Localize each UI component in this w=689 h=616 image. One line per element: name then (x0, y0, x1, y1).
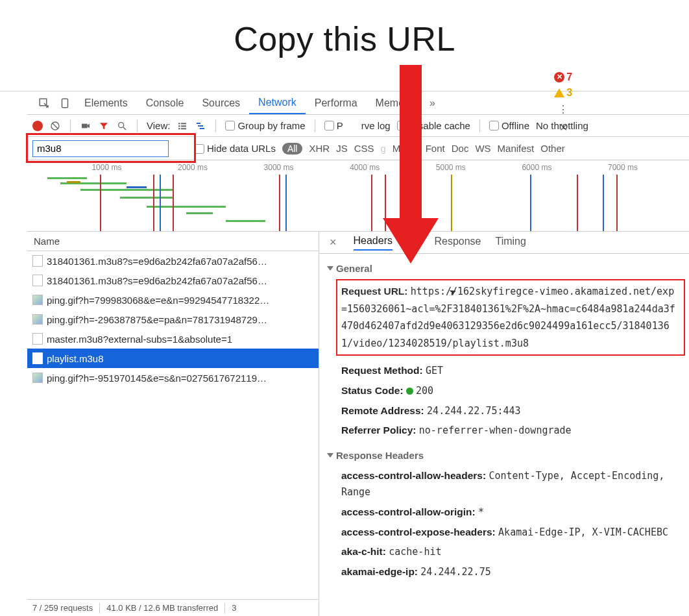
svg-rect-9 (181, 125, 186, 127)
status-extra: 3 (232, 603, 236, 613)
status-code: 200 (416, 385, 433, 397)
document-file-icon (32, 333, 43, 345)
detail-tab-timing[interactable]: Timing (496, 236, 526, 250)
resp-header-value: cache-hit (389, 546, 441, 558)
list-view-icon[interactable] (176, 120, 188, 132)
throttling-select[interactable]: No throttling (536, 120, 588, 131)
request-name: ping.gif?h=-951970145&e=s&n=027561767211… (47, 373, 267, 384)
filter-img[interactable]: g (380, 143, 385, 154)
image-file-icon (32, 373, 43, 383)
tick: 2000 ms (178, 163, 208, 172)
svg-rect-8 (181, 123, 186, 124)
tab-network[interactable]: Network (249, 92, 306, 114)
request-url-highlight: Request URL: https://162skyfiregce-vimeo… (336, 279, 685, 356)
detail-tab-preview[interactable]: ew (407, 236, 420, 250)
resp-header-value: Akamai-Edge-IP, X-VIM-CACHEBC (498, 526, 668, 538)
search-icon[interactable] (116, 120, 128, 132)
filter-ws[interactable]: WS (475, 143, 490, 154)
disable-cache[interactable]: Disable cache (397, 120, 470, 131)
filter-other[interactable]: Other (540, 143, 565, 154)
network-toolbar: View: Group by frame Prve log Disable ca… (27, 115, 689, 137)
image-file-icon (32, 314, 43, 325)
image-file-icon (32, 295, 43, 305)
section-general[interactable]: General (327, 263, 686, 274)
detail-tab-response[interactable]: Response (434, 236, 481, 250)
svg-rect-7 (178, 128, 180, 129)
request-name: 318401361.m3u8?s=e9d6a2b242fa67a07a2af56… (47, 275, 267, 286)
document-file-icon (32, 275, 43, 286)
tab-console[interactable]: Console (137, 92, 193, 114)
request-row[interactable]: 318401361.m3u8?s=e9d6a2b242fa67a07a2af56… (27, 271, 319, 290)
name-column-header[interactable]: Name (27, 232, 319, 251)
filter-all[interactable]: All (282, 143, 303, 154)
devtools-tabbar: Elements Console Sources Network Perform… (27, 92, 689, 115)
inspect-icon[interactable] (37, 96, 51, 110)
request-list-pane: Name 318401361.m3u8?s=e9d6a2b242fa67a07a… (27, 232, 319, 616)
filter-css[interactable]: CSS (354, 143, 374, 154)
document-file-icon (32, 352, 43, 364)
more-tabs-icon[interactable]: » (425, 96, 439, 110)
tick: 7000 ms (608, 163, 638, 172)
tick: 3000 ms (264, 163, 294, 172)
waterfall-view-icon[interactable] (195, 120, 206, 132)
svg-rect-5 (178, 123, 180, 124)
filter-manifest[interactable]: Manifest (498, 143, 535, 154)
network-timeline[interactable]: 1000 ms 2000 ms 3000 ms 4000 ms 5000 ms … (27, 160, 689, 232)
request-name: 318401361.m3u8?s=e9d6a2b242fa67a07a2af56… (47, 256, 267, 267)
group-by-frame[interactable]: Group by frame (225, 120, 305, 131)
device-icon[interactable] (58, 96, 72, 110)
request-detail-pane: × Headers ew Response Timing General Req… (319, 232, 689, 616)
page-instruction: Copy this URL (0, 19, 689, 58)
filter-media[interactable]: Media (393, 143, 419, 154)
filter-icon[interactable] (98, 120, 110, 132)
remote-address: 24.244.22.75:443 (427, 405, 521, 417)
clear-icon[interactable] (49, 120, 61, 132)
hide-data-urls[interactable]: Hide data URLs (195, 143, 276, 154)
detail-tab-headers[interactable]: Headers (354, 235, 393, 251)
preserve-log[interactable]: Prve log (324, 120, 391, 131)
resp-header-value: * (478, 506, 484, 518)
filter-doc[interactable]: Doc (452, 143, 469, 154)
request-row[interactable]: ping.gif?h=-296387875&e=pa&n=78173194872… (27, 310, 319, 329)
status-dot-icon (406, 388, 413, 395)
filter-input[interactable] (32, 140, 169, 157)
offline-toggle[interactable]: Offline (489, 120, 529, 131)
filter-xhr[interactable]: XHR (309, 143, 330, 154)
devtools-panel: Elements Console Sources Network Perform… (0, 91, 689, 616)
tick: 6000 ms (522, 163, 551, 172)
tick: 5000 ms (436, 163, 466, 172)
referrer-policy: no-referrer-when-downgrade (419, 425, 572, 436)
request-name: master.m3u8?external-subs=1&absolute=1 (47, 334, 232, 345)
svg-rect-10 (181, 128, 186, 129)
filter-font[interactable]: Font (426, 143, 445, 154)
warning-count[interactable]: 3 (554, 87, 572, 99)
svg-rect-3 (82, 123, 88, 128)
request-row[interactable]: master.m3u8?external-subs=1&absolute=1 (27, 329, 319, 349)
status-bar: 7 / 259 requests 41.0 KB / 12.6 MB trans… (27, 599, 319, 616)
close-detail-icon[interactable]: × (327, 236, 339, 249)
section-response-headers[interactable]: Response Headers (327, 450, 686, 461)
request-row[interactable]: playlist.m3u8 (27, 349, 319, 368)
tab-memory[interactable]: Memory (367, 92, 422, 114)
request-row[interactable]: 318401361.m3u8?s=e9d6a2b242fa67a07a2af56… (27, 251, 319, 271)
request-method: GET (426, 365, 443, 376)
error-count[interactable]: ✕7 (554, 71, 572, 83)
svg-rect-6 (178, 125, 180, 127)
svg-rect-1 (62, 99, 68, 108)
camera-icon[interactable] (80, 120, 91, 132)
filter-js[interactable]: JS (336, 143, 348, 154)
status-transferred: 41.0 KB / 12.6 MB transferred (106, 603, 218, 613)
request-row[interactable]: ping.gif?h=-951970145&e=s&n=027561767211… (27, 368, 319, 388)
tab-performance[interactable]: Performa (306, 92, 367, 114)
tick: 4000 ms (350, 163, 380, 172)
status-requests: 7 / 259 requests (32, 603, 93, 613)
tab-sources[interactable]: Sources (193, 92, 249, 114)
request-name: ping.gif?h=-296387875&e=pa&n=78173194872… (47, 314, 267, 325)
request-name: playlist.m3u8 (47, 353, 104, 364)
record-icon[interactable] (32, 121, 43, 131)
request-name: ping.gif?h=799983068&e=e&n=9929454771832… (47, 295, 269, 306)
tick: 1000 ms (91, 163, 121, 172)
filter-row: Hide data URLs All XHR JS CSS g Media Fo… (27, 137, 689, 160)
tab-elements[interactable]: Elements (75, 92, 137, 114)
request-row[interactable]: ping.gif?h=799983068&e=e&n=9929454771832… (27, 290, 319, 310)
